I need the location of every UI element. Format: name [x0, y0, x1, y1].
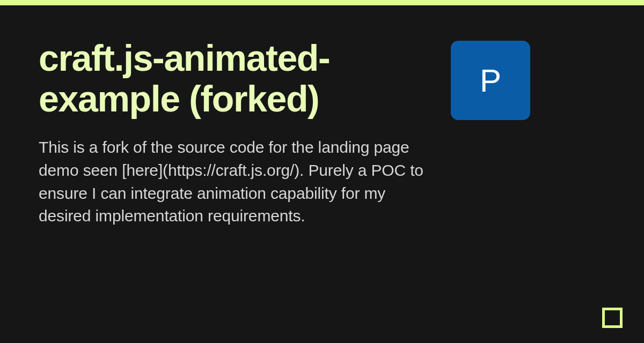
- avatar: P: [451, 41, 530, 120]
- content-area: craft.js-animated-example (forked) This …: [0, 5, 644, 228]
- brand-square-icon: [602, 308, 623, 328]
- avatar-letter: P: [480, 62, 501, 99]
- text-block: craft.js-animated-example (forked) This …: [39, 38, 425, 228]
- page-title: craft.js-animated-example (forked): [39, 38, 425, 119]
- accent-top-bar: [0, 0, 644, 5]
- page-description: This is a fork of the source code for th…: [39, 136, 425, 227]
